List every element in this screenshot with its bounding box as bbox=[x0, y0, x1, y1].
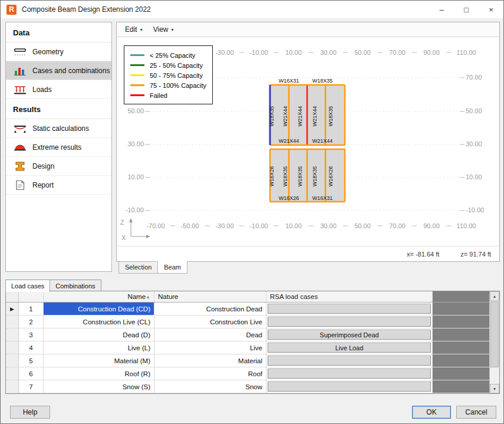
sidebar-item-geometry[interactable]: Geometry bbox=[6, 42, 111, 61]
beam-label: W18X35 bbox=[297, 166, 303, 187]
rsa-cell: Superimposed Dead bbox=[266, 328, 433, 341]
help-button[interactable]: Help bbox=[10, 406, 50, 419]
sidebar-item-report[interactable]: Report bbox=[6, 176, 111, 195]
row-number-cell[interactable]: 2 bbox=[19, 315, 44, 328]
table-filler bbox=[433, 303, 489, 315]
rsa-load-case-button[interactable]: Live Load bbox=[268, 343, 431, 353]
table-scrollbar[interactable]: ▲ ▼ bbox=[489, 291, 499, 393]
rsa-load-case-button[interactable] bbox=[268, 304, 431, 314]
axis-tick-label: 90.00 bbox=[423, 222, 440, 229]
column-header-name[interactable]: Name▲ bbox=[44, 291, 154, 302]
view-tab-beam[interactable]: Beam bbox=[157, 261, 187, 274]
sidebar-item-design[interactable]: Design bbox=[6, 157, 111, 176]
rsa-cell bbox=[266, 315, 433, 328]
menubar: Edit▾View▾ bbox=[117, 22, 499, 37]
rsa-load-case-button[interactable]: Superimposed Dead bbox=[268, 330, 431, 340]
table-row: 5Material (M)Material bbox=[6, 354, 489, 367]
plan-canvas[interactable]: -30.00-10.0010.0030.0050.0070.0090.00110… bbox=[117, 37, 499, 246]
rsa-cell bbox=[266, 303, 433, 315]
sidebar-item-loads[interactable]: Loads bbox=[6, 80, 111, 99]
cancel-button[interactable]: Cancel bbox=[456, 406, 496, 419]
nature-cell[interactable]: Snow bbox=[154, 380, 266, 393]
row-marker-cell[interactable] bbox=[6, 367, 19, 380]
view-tab-selection[interactable]: Selection bbox=[118, 261, 158, 274]
menu-label: View bbox=[153, 25, 169, 34]
maximize-button[interactable]: □ bbox=[454, 1, 479, 18]
close-button[interactable]: × bbox=[479, 1, 503, 18]
row-marker-header bbox=[6, 291, 19, 302]
tab-load-cases[interactable]: Load cases bbox=[5, 280, 50, 292]
sidebar-heading: Results bbox=[6, 99, 111, 119]
table-filler bbox=[433, 367, 489, 380]
x-axis-arrowhead bbox=[146, 235, 150, 238]
minimize-button[interactable]: – bbox=[429, 1, 454, 18]
table-filler bbox=[433, 315, 489, 328]
axis-tick-label: 110.00 bbox=[457, 222, 476, 229]
name-cell[interactable]: Construction Live (CL) bbox=[44, 315, 154, 328]
axis-tick-label: 70.00 bbox=[389, 222, 406, 229]
ok-button[interactable]: OK bbox=[412, 406, 451, 419]
name-cell[interactable]: Snow (S) bbox=[44, 380, 154, 393]
column-header-nature[interactable]: Nature bbox=[154, 291, 266, 302]
beam-label: W18X35 bbox=[328, 106, 334, 127]
table-row: 2Construction Live (CL)Construction Live bbox=[6, 315, 489, 328]
row-marker-cell[interactable] bbox=[6, 341, 19, 354]
row-number-cell[interactable]: 1 bbox=[19, 303, 44, 315]
scroll-up-icon[interactable]: ▲ bbox=[490, 291, 499, 301]
axis-tick-label: -30.00 bbox=[215, 222, 233, 229]
legend-color-swatch bbox=[130, 84, 144, 86]
statusbar: x= -81.64 ft z= 91.74 ft bbox=[117, 246, 499, 261]
nature-cell[interactable]: Construction Live bbox=[154, 315, 266, 328]
axis-tick-label: 50.00 bbox=[354, 222, 371, 229]
nature-cell[interactable]: Construction Dead bbox=[154, 303, 266, 315]
rsa-cell bbox=[266, 380, 433, 393]
rsa-load-case-button[interactable] bbox=[268, 382, 431, 392]
titlebar: R Composite Beam Design Extension 2022 –… bbox=[1, 1, 503, 18]
rsa-cell bbox=[266, 367, 433, 380]
row-marker-cell[interactable] bbox=[6, 354, 19, 367]
row-number-cell[interactable]: 6 bbox=[19, 367, 44, 380]
column-header-rsa[interactable]: RSA load cases bbox=[266, 291, 433, 302]
row-number-cell[interactable]: 3 bbox=[19, 328, 44, 341]
sidebar-item-extreme-results[interactable]: Extreme results bbox=[6, 138, 111, 157]
sidebar-item-cases-and-combinations[interactable]: Cases and combinations bbox=[6, 61, 111, 80]
rsa-load-case-button[interactable] bbox=[268, 356, 431, 366]
nature-cell[interactable]: Material bbox=[154, 354, 266, 367]
row-number-cell[interactable]: 4 bbox=[19, 341, 44, 354]
row-marker-cell[interactable] bbox=[6, 315, 19, 328]
beam-label: W21X44 bbox=[279, 138, 299, 144]
name-cell[interactable]: Material (M) bbox=[44, 354, 154, 367]
axis-tick-label: -10.00 bbox=[249, 49, 268, 56]
name-cell[interactable]: Roof (R) bbox=[44, 367, 154, 380]
name-cell[interactable]: Live (L) bbox=[44, 341, 154, 354]
rsa-load-case-button[interactable] bbox=[268, 369, 431, 379]
sort-ascending-icon: ▲ bbox=[146, 294, 150, 300]
scroll-thumb[interactable] bbox=[490, 301, 499, 367]
nature-cell[interactable]: Roof bbox=[154, 367, 266, 380]
nature-cell[interactable]: Dead bbox=[154, 328, 266, 341]
row-number-cell[interactable]: 5 bbox=[19, 354, 44, 367]
beam-label: W18X35 bbox=[312, 166, 318, 187]
nature-cell[interactable]: Live bbox=[154, 341, 266, 354]
table-filler bbox=[433, 328, 489, 341]
sidebar-item-static-calculations[interactable]: Static calculations bbox=[6, 119, 111, 138]
axis-tick-label: 70.00 bbox=[389, 49, 406, 56]
beam-label: W18X35 bbox=[282, 166, 288, 187]
name-cell[interactable]: Construction Dead (CD) bbox=[44, 303, 154, 315]
row-number-cell[interactable]: 7 bbox=[19, 380, 44, 393]
menu-edit[interactable]: Edit▾ bbox=[120, 24, 147, 35]
axis-tick-label: 30.00 bbox=[320, 49, 337, 56]
row-marker-cell[interactable] bbox=[6, 328, 19, 341]
sidebar-item-label: Loads bbox=[32, 86, 52, 94]
tab-combinations[interactable]: Combinations bbox=[50, 280, 101, 292]
legend-item: 75 - 100% Capacity bbox=[130, 80, 206, 90]
scroll-down-icon[interactable]: ▼ bbox=[490, 384, 499, 393]
row-marker-cell[interactable]: ▶ bbox=[6, 303, 19, 315]
rsa-load-case-button[interactable] bbox=[268, 317, 431, 327]
name-cell[interactable]: Dead (D) bbox=[44, 328, 154, 341]
row-marker-cell[interactable] bbox=[6, 380, 19, 393]
column-header-label: Name bbox=[127, 293, 146, 300]
menu-view[interactable]: View▾ bbox=[149, 24, 179, 35]
design-icon bbox=[13, 161, 27, 172]
axis-tick-label: 10.00 bbox=[285, 49, 302, 56]
